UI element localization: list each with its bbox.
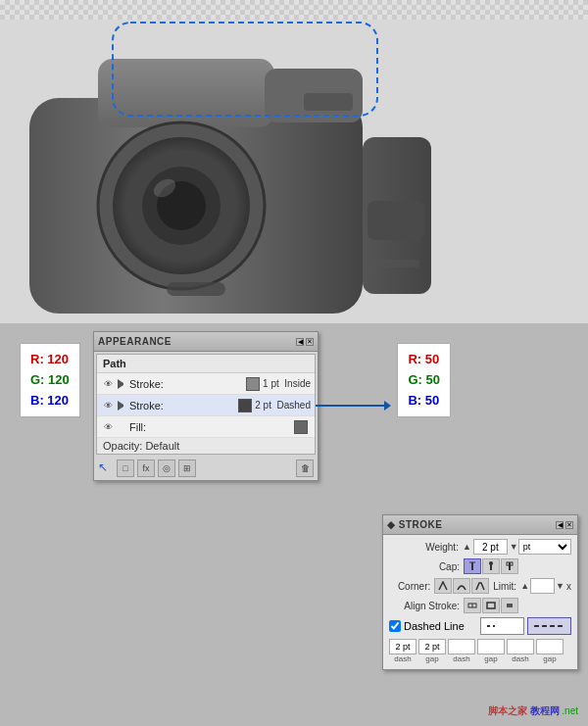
- limit-spinner-up[interactable]: ▲: [520, 581, 529, 591]
- gap3-input[interactable]: [536, 639, 564, 654]
- weight-spinner-up[interactable]: ▲: [463, 542, 471, 552]
- cap-butt-btn[interactable]: [464, 558, 481, 574]
- delete-btn[interactable]: 🗑: [296, 460, 314, 477]
- stroke-titlebar-controls: ◀ ✕: [556, 521, 573, 529]
- watermark-part2: 教程网: [530, 705, 560, 716]
- corner-label: Corner:: [389, 581, 430, 592]
- stroke-collapse-btn[interactable]: ◀: [556, 521, 564, 529]
- cap-buttons: [464, 558, 518, 574]
- rgb-left-r: R: 120: [30, 350, 70, 370]
- dashed-line-label: Dashed Line: [404, 620, 465, 632]
- appearance-panel: APPEARANCE ◀ ✕ Path 👁 Stroke: 1 pt Insid…: [93, 331, 318, 481]
- new-item-btn[interactable]: □: [117, 460, 134, 477]
- svg-point-19: [489, 561, 493, 565]
- appearance-path-header: Path: [97, 355, 315, 373]
- fx-btn[interactable]: fx: [137, 460, 155, 477]
- dash-inputs-row: dash gap dash gap dash: [389, 639, 571, 663]
- weight-unit-select[interactable]: pt px mm: [518, 539, 571, 555]
- stroke-detail-1: 1 pt Inside: [263, 378, 311, 389]
- duplicate-btn[interactable]: ◎: [158, 460, 175, 477]
- appearance-stroke-row-2[interactable]: 👁 Stroke: 2 pt Dashed: [97, 395, 315, 416]
- corner-buttons: [434, 578, 489, 594]
- gap1-input[interactable]: [418, 639, 446, 654]
- appearance-titlebar: APPEARANCE ◀ ✕: [94, 332, 318, 352]
- gap1-label: gap: [425, 654, 438, 663]
- align-buttons: [464, 598, 518, 613]
- limit-spinner-down[interactable]: ▼: [556, 581, 564, 591]
- visibility-icon-1[interactable]: 👁: [101, 377, 115, 391]
- rgb-left-g: G: 120: [30, 370, 70, 391]
- stroke-titlebar: ◆ STROKE ◀ ✕: [383, 515, 577, 535]
- stroke-label-1: Stroke:: [129, 378, 243, 390]
- svg-rect-11: [304, 93, 353, 111]
- weight-label: Weight:: [389, 542, 459, 553]
- stroke-panel-content: Weight: ▲ ▼ pt px mm Cap:: [383, 535, 577, 669]
- limit-input[interactable]: 4: [530, 578, 555, 594]
- visibility-icon-3[interactable]: 👁: [101, 420, 115, 434]
- svg-rect-14: [368, 201, 424, 240]
- dashed-line-checkbox[interactable]: [389, 620, 401, 632]
- expand-arrow-1[interactable]: [118, 379, 127, 389]
- close-btn[interactable]: ✕: [306, 338, 314, 346]
- corner-round-btn[interactable]: [453, 578, 470, 594]
- weight-spinner-down[interactable]: ▼: [510, 542, 518, 552]
- rgb-right-b: B: 50: [408, 391, 440, 411]
- cap-square-btn[interactable]: [501, 558, 518, 574]
- appearance-toolbar: ↖ □ fx ◎ ⊞ 🗑: [94, 457, 318, 480]
- rgb-label-right: R: 50 G: 50 B: 50: [397, 343, 451, 417]
- collapse-btn[interactable]: ◀: [296, 338, 304, 346]
- appearance-stroke-row-1[interactable]: 👁 Stroke: 1 pt Inside: [97, 373, 315, 395]
- gap3-group: gap: [536, 639, 564, 663]
- align-outside-btn[interactable]: [501, 598, 518, 613]
- appearance-fill-row[interactable]: 👁 Fill:: [97, 416, 315, 438]
- cap-label: Cap:: [389, 561, 460, 572]
- gap3-label: gap: [543, 654, 556, 663]
- move-btn[interactable]: ⊞: [178, 460, 196, 477]
- align-row: Align Stroke:: [389, 598, 571, 613]
- gap2-input[interactable]: [477, 639, 505, 654]
- corner-bevel-btn[interactable]: [471, 578, 489, 594]
- stroke-title: ◆ STROKE: [387, 519, 442, 530]
- visibility-icon-2[interactable]: 👁: [101, 399, 115, 412]
- rgb-right-g: G: 50: [408, 370, 440, 391]
- align-inside-btn[interactable]: [482, 598, 500, 613]
- cap-round-btn[interactable]: [482, 558, 500, 574]
- gap2-group: gap: [477, 639, 505, 663]
- dash3-input[interactable]: [507, 639, 534, 654]
- rgb-label-left: R: 120 G: 120 B: 120: [20, 343, 80, 417]
- weight-input[interactable]: [473, 539, 508, 555]
- dash-preview-1[interactable]: [480, 617, 524, 635]
- titlebar-controls: ◀ ✕: [296, 338, 314, 346]
- appearance-content: Path 👁 Stroke: 1 pt Inside 👁 Stroke: 2 p…: [96, 354, 316, 455]
- dash3-label: dash: [512, 654, 528, 663]
- appearance-title: APPEARANCE: [98, 336, 172, 347]
- dash1-input[interactable]: [389, 639, 416, 654]
- corner-miter-btn[interactable]: [434, 578, 452, 594]
- dash1-group: dash: [389, 639, 416, 663]
- dash-preview-2[interactable]: [527, 617, 571, 635]
- align-label: Align Stroke:: [389, 601, 460, 611]
- rgb-right-r: R: 50: [408, 350, 440, 370]
- canvas-area: [0, 0, 588, 323]
- svg-rect-25: [507, 604, 513, 607]
- panels-area: R: 120 G: 120 B: 120 R: 50 G: 50 B: 50 A…: [0, 323, 588, 726]
- fill-swatch[interactable]: [294, 420, 308, 434]
- svg-rect-2: [98, 59, 274, 127]
- watermark-part1: 脚本之家: [488, 705, 527, 716]
- align-center-btn[interactable]: [464, 598, 481, 613]
- stroke-swatch-2[interactable]: [238, 399, 252, 412]
- dash3-group: dash: [507, 639, 534, 663]
- dashed-line-section: Dashed Line: [389, 617, 571, 635]
- svg-rect-24: [487, 603, 495, 608]
- dash2-group: dash: [448, 639, 475, 663]
- dash2-label: dash: [453, 654, 469, 663]
- arrow-tool[interactable]: ↖: [98, 460, 114, 476]
- stroke-swatch-1[interactable]: [246, 377, 260, 391]
- stroke-close-btn[interactable]: ✕: [565, 521, 573, 529]
- dash2-input[interactable]: [448, 639, 475, 654]
- watermark-part3: .net: [562, 705, 578, 716]
- corner-row: Corner: Limit: ▲ 4 ▼ x: [389, 578, 571, 594]
- expand-arrow-2[interactable]: [118, 401, 127, 411]
- opacity-label: Opacity:: [103, 440, 142, 452]
- opacity-row: Opacity: Default: [97, 438, 315, 454]
